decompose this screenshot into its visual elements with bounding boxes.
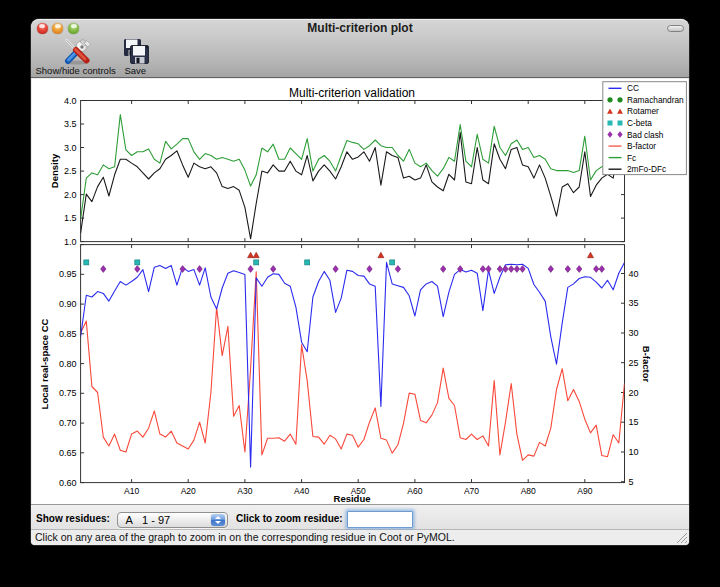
svg-text:30: 30 — [629, 328, 639, 338]
svg-text:A10: A10 — [124, 486, 139, 496]
svg-text:Residue: Residue — [334, 493, 371, 504]
svg-text:2.5: 2.5 — [64, 166, 77, 176]
svg-text:0.65: 0.65 — [59, 448, 77, 458]
svg-text:4.0: 4.0 — [64, 96, 77, 106]
svg-text:Rotamer: Rotamer — [627, 106, 659, 116]
svg-text:Local real-space CC: Local real-space CC — [39, 318, 50, 409]
svg-text:B-factor: B-factor — [641, 346, 652, 383]
svg-text:A40: A40 — [294, 486, 309, 496]
svg-text:A90: A90 — [577, 486, 592, 496]
svg-text:Fc: Fc — [627, 153, 636, 163]
svg-text:Bad clash: Bad clash — [627, 130, 664, 140]
svg-text:1.5: 1.5 — [64, 213, 77, 223]
svg-text:10: 10 — [629, 447, 639, 457]
svg-text:2.0: 2.0 — [64, 190, 77, 200]
svg-text:A30: A30 — [237, 486, 252, 496]
svg-text:3.0: 3.0 — [64, 143, 77, 153]
svg-text:0.75: 0.75 — [59, 388, 77, 398]
svg-text:A70: A70 — [464, 486, 479, 496]
svg-text:CC: CC — [627, 83, 639, 93]
svg-text:35: 35 — [629, 298, 639, 308]
svg-text:20: 20 — [629, 388, 639, 398]
svg-text:5: 5 — [629, 477, 634, 487]
svg-text:0.90: 0.90 — [59, 299, 77, 309]
svg-text:Ramachandran: Ramachandran — [627, 95, 684, 105]
svg-text:15: 15 — [629, 417, 639, 427]
svg-text:B-factor: B-factor — [627, 141, 656, 151]
svg-text:Density: Density — [49, 153, 60, 188]
svg-text:Multi-criterion validation: Multi-criterion validation — [289, 86, 415, 100]
svg-text:3.5: 3.5 — [64, 119, 77, 129]
svg-text:A60: A60 — [407, 486, 422, 496]
svg-text:0.95: 0.95 — [59, 269, 77, 279]
svg-text:A20: A20 — [181, 486, 196, 496]
svg-text:A80: A80 — [521, 486, 536, 496]
svg-text:40: 40 — [629, 269, 639, 279]
svg-text:1.0: 1.0 — [64, 237, 77, 247]
svg-text:0.60: 0.60 — [59, 478, 77, 488]
svg-text:0.85: 0.85 — [59, 329, 77, 339]
svg-text:C-beta: C-beta — [627, 118, 652, 128]
svg-text:0.70: 0.70 — [59, 418, 77, 428]
svg-text:0.80: 0.80 — [59, 359, 77, 369]
svg-text:25: 25 — [629, 358, 639, 368]
svg-text:2mFo-DFc: 2mFo-DFc — [627, 164, 666, 174]
